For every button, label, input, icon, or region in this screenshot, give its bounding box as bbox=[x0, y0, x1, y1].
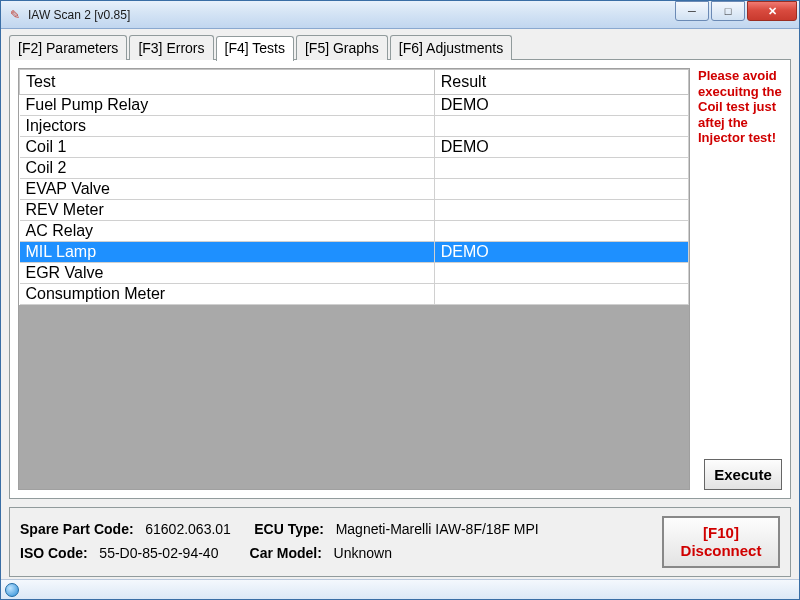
tab-2[interactable]: [F4] Tests bbox=[216, 36, 294, 61]
client-area: [F2] Parameters[F3] Errors[F4] Tests[F5]… bbox=[1, 29, 799, 579]
tab-4[interactable]: [F6] Adjustments bbox=[390, 35, 512, 60]
ecu-type-label: ECU Type: bbox=[254, 521, 324, 537]
minimize-button[interactable]: ─ bbox=[675, 1, 709, 21]
tests-area: Test Result Fuel Pump RelayDEMOInjectors… bbox=[18, 68, 690, 490]
tests-sidebar: Please avoid execuitng the Coil test jus… bbox=[698, 68, 782, 490]
cell-result: DEMO bbox=[434, 242, 688, 263]
disconnect-line1: [F10] bbox=[703, 524, 739, 541]
table-row[interactable]: Coil 1DEMO bbox=[20, 137, 689, 158]
table-row[interactable]: Coil 2 bbox=[20, 158, 689, 179]
table-row[interactable]: AC Relay bbox=[20, 221, 689, 242]
table-row[interactable]: MIL LampDEMO bbox=[20, 242, 689, 263]
tests-table: Test Result Fuel Pump RelayDEMOInjectors… bbox=[19, 69, 689, 305]
spare-part-value: 61602.063.01 bbox=[145, 521, 231, 537]
col-header-result[interactable]: Result bbox=[434, 70, 688, 95]
table-row[interactable]: Consumption Meter bbox=[20, 284, 689, 305]
cell-result bbox=[434, 200, 688, 221]
cell-test: Coil 2 bbox=[20, 158, 435, 179]
car-model-value: Unknown bbox=[334, 545, 392, 561]
cell-test: Fuel Pump Relay bbox=[20, 95, 435, 116]
table-row[interactable]: REV Meter bbox=[20, 200, 689, 221]
status-bar bbox=[1, 579, 799, 599]
maximize-button[interactable]: □ bbox=[711, 1, 745, 21]
cell-result bbox=[434, 221, 688, 242]
footer-info: Spare Part Code: 61602.063.01 ECU Type: … bbox=[20, 518, 652, 566]
execute-button[interactable]: Execute bbox=[704, 459, 782, 490]
tab-strip: [F2] Parameters[F3] Errors[F4] Tests[F5]… bbox=[9, 35, 791, 60]
warning-text: Please avoid execuitng the Coil test jus… bbox=[698, 68, 782, 459]
tab-0[interactable]: [F2] Parameters bbox=[9, 35, 127, 60]
table-row[interactable]: EVAP Valve bbox=[20, 179, 689, 200]
cell-test: REV Meter bbox=[20, 200, 435, 221]
cell-test: EGR Valve bbox=[20, 263, 435, 284]
iso-code-value: 55-D0-85-02-94-40 bbox=[99, 545, 218, 561]
tab-panel-tests: Test Result Fuel Pump RelayDEMOInjectors… bbox=[9, 59, 791, 499]
window-title: IAW Scan 2 [v0.85] bbox=[28, 8, 675, 22]
cell-test: AC Relay bbox=[20, 221, 435, 242]
cell-test: EVAP Valve bbox=[20, 179, 435, 200]
iso-code-label: ISO Code: bbox=[20, 545, 88, 561]
cell-test: MIL Lamp bbox=[20, 242, 435, 263]
tab-1[interactable]: [F3] Errors bbox=[129, 35, 213, 60]
cell-result bbox=[434, 179, 688, 200]
cell-test: Coil 1 bbox=[20, 137, 435, 158]
table-row[interactable]: Fuel Pump RelayDEMO bbox=[20, 95, 689, 116]
footer-panel: Spare Part Code: 61602.063.01 ECU Type: … bbox=[9, 507, 791, 577]
cell-result bbox=[434, 284, 688, 305]
tab-3[interactable]: [F5] Graphs bbox=[296, 35, 388, 60]
tests-grid[interactable]: Test Result Fuel Pump RelayDEMOInjectors… bbox=[18, 68, 690, 490]
cell-result bbox=[434, 158, 688, 179]
titlebar[interactable]: ✎ IAW Scan 2 [v0.85] ─ □ ✕ bbox=[1, 1, 799, 29]
disconnect-button[interactable]: [F10] Disconnect bbox=[662, 516, 780, 568]
col-header-test[interactable]: Test bbox=[20, 70, 435, 95]
table-row[interactable]: EGR Valve bbox=[20, 263, 689, 284]
cell-result bbox=[434, 116, 688, 137]
app-icon: ✎ bbox=[7, 7, 23, 23]
info-icon[interactable] bbox=[5, 583, 19, 597]
car-model-label: Car Model: bbox=[250, 545, 322, 561]
disconnect-line2: Disconnect bbox=[681, 542, 762, 559]
table-row[interactable]: Injectors bbox=[20, 116, 689, 137]
cell-result bbox=[434, 263, 688, 284]
cell-result: DEMO bbox=[434, 137, 688, 158]
spare-part-label: Spare Part Code: bbox=[20, 521, 134, 537]
close-button[interactable]: ✕ bbox=[747, 1, 797, 21]
window-controls: ─ □ ✕ bbox=[675, 1, 799, 28]
cell-test: Injectors bbox=[20, 116, 435, 137]
ecu-type-value: Magneti-Marelli IAW-8F/18F MPI bbox=[336, 521, 539, 537]
cell-test: Consumption Meter bbox=[20, 284, 435, 305]
app-window: ✎ IAW Scan 2 [v0.85] ─ □ ✕ [F2] Paramete… bbox=[0, 0, 800, 600]
cell-result: DEMO bbox=[434, 95, 688, 116]
